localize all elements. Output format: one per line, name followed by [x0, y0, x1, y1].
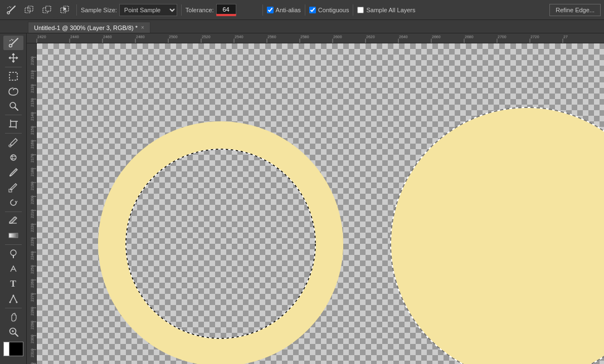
color-swatches	[1, 340, 26, 362]
sample-all-layers-label: Sample All Layers	[366, 7, 415, 13]
tool-clone-stamp[interactable]	[3, 180, 23, 195]
svg-rect-11	[64, 8, 66, 10]
toolbar-sep-5	[353, 4, 353, 16]
contiguous-group[interactable]: Contiguous	[309, 7, 349, 13]
tool-separator-4	[5, 211, 22, 212]
toolbar-sep-1	[76, 4, 77, 16]
main-toolbar: Sample Size: Point Sample 3 by 3 Average…	[0, 0, 604, 20]
svg-line-14	[9, 40, 11, 41]
toolbar-sep-4	[305, 4, 305, 16]
refine-edge-button[interactable]: Refine Edge...	[549, 4, 601, 16]
tool-separator-2	[5, 115, 22, 115]
tool-brush[interactable]	[3, 165, 23, 180]
tool-gradient[interactable]	[3, 228, 23, 243]
svg-point-25	[9, 175, 11, 176]
tool-eyedropper[interactable]	[3, 135, 23, 150]
tool-magic-wand[interactable]	[3, 36, 23, 50]
svg-line-1	[9, 6, 15, 12]
svg-line-4	[10, 7, 11, 8]
svg-point-23	[9, 145, 11, 147]
svg-line-2	[7, 7, 8, 8]
tool-rectangular-marquee[interactable]	[3, 69, 23, 83]
main-area: T	[0, 33, 604, 364]
subtract-selection-btn[interactable]	[39, 2, 55, 18]
add-selection-btn[interactable]	[21, 2, 37, 18]
tool-lasso[interactable]	[3, 84, 23, 99]
svg-line-35	[15, 333, 18, 336]
contiguous-checkbox[interactable]	[309, 7, 316, 13]
anti-alias-checkbox[interactable]	[267, 7, 274, 13]
tool-spot-heal[interactable]	[3, 150, 23, 165]
toolbar-sep-3	[262, 4, 263, 16]
left-tool-panel: T	[0, 33, 27, 364]
ruler-left	[27, 43, 37, 364]
svg-line-13	[12, 38, 18, 45]
anti-alias-group[interactable]: Anti-alias	[267, 7, 301, 13]
svg-point-29	[11, 250, 16, 255]
svg-point-24	[11, 155, 16, 160]
svg-rect-8	[46, 6, 51, 11]
svg-point-33	[16, 301, 17, 303]
sample-size-label: Sample Size:	[81, 7, 117, 13]
tool-history-brush[interactable]	[3, 195, 23, 210]
tool-pen[interactable]	[3, 262, 23, 276]
tool-separator-1	[5, 67, 22, 67]
anti-alias-label: Anti-alias	[276, 7, 301, 13]
tool-quick-select[interactable]	[3, 99, 23, 113]
intersect-selection-btn[interactable]	[57, 2, 72, 18]
canvas-area	[27, 33, 604, 364]
svg-rect-17	[9, 72, 17, 80]
canvas-content[interactable]	[37, 43, 604, 364]
svg-line-16	[12, 40, 13, 41]
tool-crop[interactable]	[3, 117, 23, 131]
sample-all-layers-checkbox[interactable]	[357, 7, 364, 13]
background-color-swatch[interactable]	[9, 342, 23, 356]
tool-zoom[interactable]	[3, 324, 23, 339]
tool-type[interactable]: T	[3, 277, 23, 291]
svg-point-32	[9, 301, 11, 303]
document-tab[interactable]: Untitled-1 @ 300% (Layer 3, RGB/8) * ×	[28, 22, 150, 33]
tolerance-label: Tolerance:	[186, 7, 214, 13]
tool-path-select[interactable]	[3, 292, 23, 306]
contiguous-label: Contiguous	[318, 7, 349, 13]
sample-size-select[interactable]: Point Sample 3 by 3 Average 5 by 5 Avera…	[119, 4, 177, 16]
svg-rect-28	[9, 233, 18, 238]
svg-point-31	[12, 294, 14, 296]
ruler-top	[27, 33, 604, 43]
tab-title: Untitled-1 @ 300% (Layer 3, RGB/8) *	[34, 24, 138, 31]
tool-eraser[interactable]	[3, 213, 23, 228]
magic-wand-toolbar-icon[interactable]	[3, 2, 19, 18]
tab-close-button[interactable]: ×	[141, 24, 144, 31]
tool-move[interactable]	[3, 51, 23, 65]
tool-separator-5	[5, 244, 22, 245]
tab-bar: Untitled-1 @ 300% (Layer 3, RGB/8) * ×	[0, 20, 604, 33]
toolbar-sep-2	[181, 4, 182, 16]
document-canvas[interactable]	[37, 43, 604, 364]
tool-separator-6	[5, 308, 22, 308]
sample-all-layers-group[interactable]: Sample All Layers	[357, 7, 415, 13]
tool-separator-3	[5, 133, 22, 134]
tool-hand[interactable]	[3, 310, 23, 324]
tool-dodge[interactable]	[3, 247, 23, 261]
